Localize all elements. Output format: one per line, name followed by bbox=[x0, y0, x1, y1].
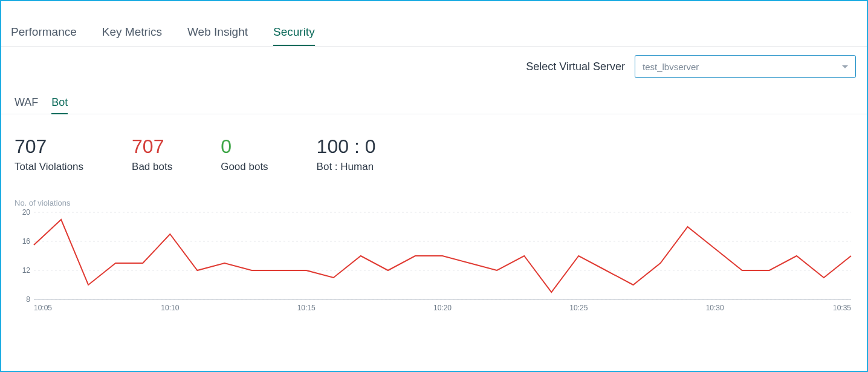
svg-text:10:25: 10:25 bbox=[569, 304, 588, 312]
svg-text:12: 12 bbox=[22, 266, 31, 275]
stat-bot-human: 100 : 0 Bot : Human bbox=[317, 136, 376, 173]
top-nav-tabs: Performance Key Metrics Web Insight Secu… bbox=[1, 1, 867, 47]
stat-value: 0 bbox=[221, 136, 268, 157]
svg-text:10:10: 10:10 bbox=[161, 304, 179, 312]
stat-value: 707 bbox=[15, 136, 83, 157]
app-root: Performance Key Metrics Web Insight Secu… bbox=[0, 0, 868, 372]
server-select-row: Select Virtual Server test_lbvserver bbox=[1, 47, 867, 78]
stat-total-violations: 707 Total Violations bbox=[15, 136, 83, 173]
svg-text:16: 16 bbox=[22, 237, 31, 246]
stat-good-bots: 0 Good bots bbox=[221, 136, 268, 173]
subtab-waf[interactable]: WAF bbox=[15, 96, 38, 114]
stat-value: 100 : 0 bbox=[317, 136, 376, 157]
stat-label: Bad bots bbox=[132, 161, 172, 173]
svg-text:10:15: 10:15 bbox=[297, 304, 316, 312]
chart-canvas: 812162010:0510:1010:1510:2010:2510:3010:… bbox=[15, 209, 853, 316]
violations-chart: No. of violations 812162010:0510:1010:15… bbox=[15, 198, 853, 319]
server-select-label: Select Virtual Server bbox=[526, 60, 625, 73]
svg-text:10:20: 10:20 bbox=[433, 304, 452, 312]
server-select-dropdown[interactable]: test_lbvserver bbox=[635, 55, 856, 78]
stats-row: 707 Total Violations 707 Bad bots 0 Good… bbox=[1, 114, 867, 173]
svg-text:10:35: 10:35 bbox=[833, 304, 851, 312]
sub-nav-tabs: WAF Bot bbox=[1, 78, 867, 114]
tab-security[interactable]: Security bbox=[273, 25, 315, 46]
chart-title: No. of violations bbox=[15, 198, 853, 207]
stat-label: Total Violations bbox=[15, 161, 83, 173]
stat-label: Good bots bbox=[221, 161, 268, 173]
tab-key-metrics[interactable]: Key Metrics bbox=[102, 25, 162, 46]
stat-label: Bot : Human bbox=[317, 161, 376, 173]
svg-text:10:30: 10:30 bbox=[706, 304, 724, 312]
stat-value: 707 bbox=[132, 136, 172, 157]
svg-text:10:05: 10:05 bbox=[34, 304, 52, 312]
server-select-value: test_lbvserver bbox=[643, 62, 699, 72]
subtab-bot[interactable]: Bot bbox=[51, 96, 68, 114]
tab-web-insight[interactable]: Web Insight bbox=[187, 25, 248, 46]
svg-text:8: 8 bbox=[26, 295, 30, 304]
tab-performance[interactable]: Performance bbox=[11, 25, 77, 46]
chevron-down-icon bbox=[842, 65, 848, 68]
svg-text:20: 20 bbox=[22, 209, 31, 217]
stat-bad-bots: 707 Bad bots bbox=[132, 136, 172, 173]
